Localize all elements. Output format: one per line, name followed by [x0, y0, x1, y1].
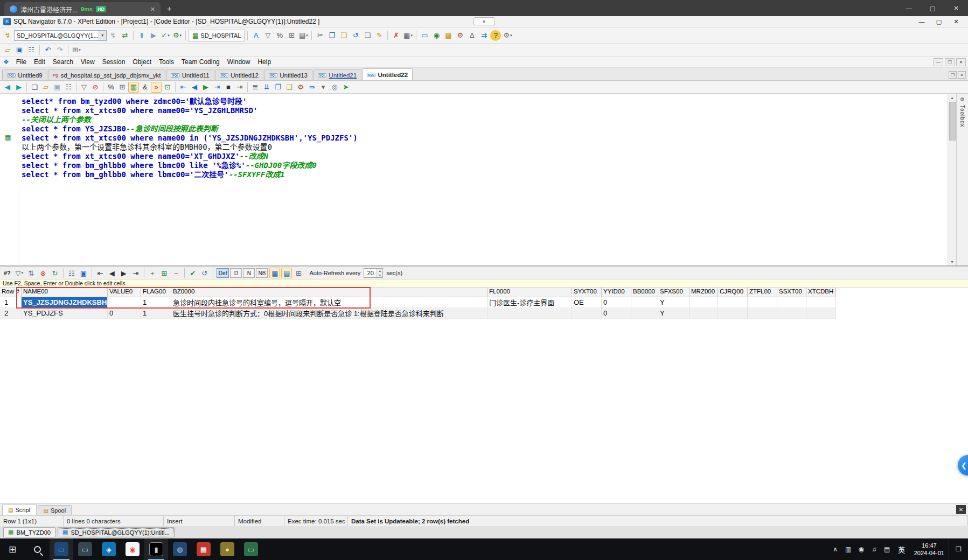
- doc-tab-untitled22[interactable]: SQLUntitled22: [362, 68, 413, 80]
- revert-edit-icon[interactable]: ↺: [199, 268, 210, 278]
- scrollbar-thumb[interactable]: [949, 102, 956, 141]
- edit-icon[interactable]: ✎: [374, 30, 385, 41]
- search-button[interactable]: [25, 538, 50, 560]
- restore-icon[interactable]: ▢: [930, 18, 948, 25]
- doc-tab-untitled21[interactable]: SQLUntitled21: [313, 69, 361, 80]
- column-header-bz0000[interactable]: BZ0000: [171, 288, 488, 297]
- open-doc-icon[interactable]: ▱: [40, 82, 51, 93]
- new-connection-icon[interactable]: ↯: [2, 30, 13, 41]
- mdi-close-icon[interactable]: ✕: [956, 58, 966, 66]
- save-results-icon[interactable]: ▣: [78, 268, 89, 278]
- percent-icon[interactable]: %: [274, 30, 285, 41]
- close-icon[interactable]: ✕: [948, 18, 965, 25]
- taskbar-app-dark-blue[interactable]: ◍: [168, 538, 192, 560]
- sort-results-icon[interactable]: ⇅: [26, 268, 37, 278]
- menu-object[interactable]: Object: [129, 57, 155, 67]
- column-header-yyid00[interactable]: YYID00: [602, 288, 631, 297]
- run-icon[interactable]: ▶: [200, 82, 211, 93]
- session-browser-icon[interactable]: ◉: [431, 30, 442, 41]
- column-header-bb0000[interactable]: BB0000: [631, 288, 658, 297]
- delete-row-icon[interactable]: −: [171, 268, 182, 278]
- taskbar-app-sphere[interactable]: ●: [215, 538, 239, 560]
- result-tab-script[interactable]: ▤Script: [2, 504, 37, 515]
- column-header-flag00[interactable]: FLAG00: [141, 288, 171, 297]
- column-header-row-[interactable]: Row #: [0, 288, 22, 297]
- run-to-end-icon[interactable]: ⇥: [234, 82, 245, 93]
- help-icon[interactable]: ?: [490, 30, 501, 41]
- toggle-d[interactable]: D: [230, 268, 242, 278]
- tab-strip-button[interactable]: ❐: [949, 71, 957, 79]
- append-row-icon[interactable]: ⊞: [159, 268, 170, 278]
- grid-cell[interactable]: [690, 308, 718, 319]
- edit-grid-icon[interactable]: ⊞: [293, 268, 304, 278]
- tools-icon[interactable]: ⚙: [455, 30, 465, 41]
- minimize-icon[interactable]: —: [913, 18, 930, 25]
- describe-icon[interactable]: ▤: [298, 30, 309, 41]
- scheduler-icon[interactable]: ▦: [443, 30, 454, 41]
- column-header-cjrq00[interactable]: CJRQ00: [718, 288, 748, 297]
- test-connection-icon[interactable]: ⇄: [120, 30, 130, 41]
- doc-tab-untitled13[interactable]: SQLUntitled13: [264, 69, 312, 80]
- menu-search[interactable]: Search: [49, 57, 77, 67]
- clear-filter-icon[interactable]: ⊘: [90, 82, 101, 93]
- ampersand-icon[interactable]: &: [140, 82, 150, 93]
- minimize-icon[interactable]: —: [897, 0, 921, 16]
- build-icon[interactable]: ⚙: [295, 82, 306, 93]
- column-header-sfxs00[interactable]: SFXS00: [658, 288, 690, 297]
- code-area[interactable]: select* from bm_tyzd00 where zdmc00='默认急…: [18, 94, 948, 265]
- filter-results-icon[interactable]: ▽: [14, 268, 25, 278]
- grid-cell[interactable]: Y: [658, 297, 690, 308]
- chevron-down-icon[interactable]: ▼: [99, 31, 106, 40]
- disconnect-icon[interactable]: ↯: [108, 30, 119, 41]
- taskbar-app-red[interactable]: ▤: [192, 538, 215, 560]
- grid-cell[interactable]: [718, 308, 748, 319]
- doc-tab-sd_hospital.sp_sst_jsdp_dbjsmx_ykt[interactable]: P()sd_hospital.sp_sst_jsdp_dbjsmx_ykt: [48, 69, 166, 80]
- toolbox-panel[interactable]: ⚙ Toolbox: [956, 94, 968, 265]
- next-record-icon[interactable]: ⇥: [212, 82, 222, 93]
- prev-record-icon[interactable]: ◀: [189, 82, 200, 93]
- tab-close-icon[interactable]: ✕: [150, 6, 155, 13]
- grid-editor-icon[interactable]: ⊞: [117, 82, 128, 93]
- describe-table-icon[interactable]: ⊡: [162, 82, 173, 93]
- redo-icon[interactable]: ↷: [54, 45, 65, 55]
- run-settings-icon[interactable]: ⚙: [172, 30, 183, 41]
- commit-icon[interactable]: ✓: [160, 30, 171, 41]
- grid-cell[interactable]: [748, 308, 777, 319]
- grid-cell[interactable]: 0: [602, 308, 631, 319]
- tray-record-icon[interactable]: ◉: [855, 545, 868, 553]
- close-icon[interactable]: ✕: [944, 0, 968, 16]
- font-icon[interactable]: A: [250, 30, 261, 41]
- menu-team-coding[interactable]: Team Coding: [178, 57, 224, 67]
- mdi-restore-icon[interactable]: ❐: [945, 58, 955, 66]
- grid-cell[interactable]: 0: [602, 297, 631, 308]
- grid-cell[interactable]: OE: [572, 297, 602, 308]
- grid-cell[interactable]: 1: [141, 297, 171, 308]
- taskbar-app-remote-desktop[interactable]: ▭: [50, 538, 73, 560]
- column-header-mrz000[interactable]: MRZ000: [690, 288, 718, 297]
- clear-results-icon[interactable]: ⊗: [38, 268, 48, 278]
- grid-cell[interactable]: Y: [658, 308, 690, 319]
- prev-row-icon[interactable]: ◀: [107, 268, 117, 278]
- target-icon[interactable]: ◎: [329, 82, 340, 93]
- stepper-arrows[interactable]: ▲▼: [377, 269, 382, 277]
- row-number-cell[interactable]: 1: [0, 297, 22, 308]
- last-row-icon[interactable]: ⇥: [130, 268, 141, 278]
- copy-block-icon[interactable]: ❐: [273, 82, 283, 93]
- taskbar-app-blue[interactable]: ◈: [97, 538, 121, 560]
- grid-cell[interactable]: YS_JZSJDNGJZHDKSBH: [22, 297, 108, 308]
- column-header-syxt00[interactable]: SYXT00: [572, 288, 602, 297]
- doc-tab-untitled11[interactable]: SQLUntitled11: [166, 69, 214, 80]
- grid-cell[interactable]: 0: [108, 308, 141, 319]
- mdi-window-button[interactable]: ▦BM_TYZD00: [3, 527, 55, 537]
- syntax-check-icon[interactable]: ✗: [391, 30, 401, 41]
- grid-view-icon[interactable]: ▦: [269, 268, 280, 278]
- indent-icon[interactable]: ≣: [250, 82, 261, 93]
- column-header-ssxt00[interactable]: SSXT00: [777, 288, 806, 297]
- column-header-ztfl00[interactable]: ZTFL00: [748, 288, 777, 297]
- grid-cell[interactable]: [718, 297, 748, 308]
- nav-back-icon[interactable]: ◀: [2, 82, 13, 93]
- nav-forward-icon[interactable]: ▶: [13, 82, 24, 93]
- output-window-icon[interactable]: ▭: [419, 30, 430, 41]
- paste-icon[interactable]: ❑: [338, 30, 349, 41]
- taskbar-app-monitor[interactable]: ▭: [73, 538, 97, 560]
